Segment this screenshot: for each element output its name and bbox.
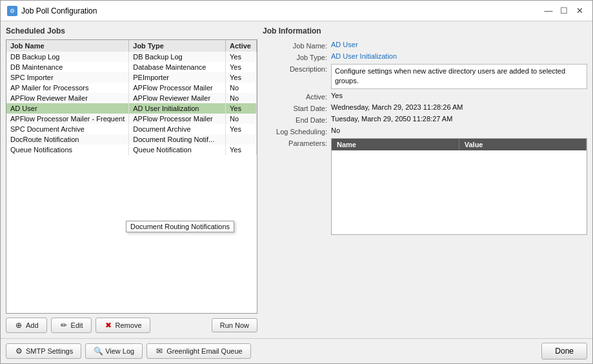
title-bar: ⚙ Job Poll Configuration — ☐ ✕ bbox=[1, 1, 592, 21]
cell-active: Yes bbox=[225, 145, 256, 155]
params-table: Name Value bbox=[332, 139, 587, 150]
params-header-row: Name Value bbox=[332, 139, 587, 150]
cell-type: APFlow Processor Mailer bbox=[129, 114, 226, 124]
main-panels: Scheduled Jobs Job Name Job Type Active … bbox=[6, 26, 587, 333]
cell-active: No bbox=[225, 93, 256, 103]
active-value: Yes bbox=[331, 92, 587, 99]
bottom-bar: ⚙ SMTP Settings 🔍 View Log ✉ Greenlight … bbox=[1, 338, 592, 363]
cell-name: Queue Notifications bbox=[6, 145, 129, 155]
left-buttons: ⊕ Add ✏ Edit ✖ Remove Run Now bbox=[6, 316, 257, 333]
job-info-title: Job Information bbox=[263, 26, 587, 35]
description-value: Configure settings when new active direc… bbox=[331, 64, 587, 89]
cell-name: DB Maintenance bbox=[6, 62, 129, 72]
job-type-label: Job Type: bbox=[263, 52, 327, 61]
job-type-value: AD User Initialization bbox=[331, 52, 587, 60]
cell-type: Document Archive bbox=[129, 124, 226, 134]
greenlight-email-queue-label: Greenlight Email Queue bbox=[166, 347, 242, 355]
maximize-button[interactable]: ☐ bbox=[558, 5, 570, 17]
run-now-button[interactable]: Run Now bbox=[212, 318, 257, 332]
cell-type: APFlow Processor Mailer bbox=[129, 83, 226, 93]
end-date-label: End Date: bbox=[263, 115, 327, 124]
title-bar-left: ⚙ Job Poll Configuration bbox=[7, 6, 97, 16]
job-name-label: Job Name: bbox=[263, 41, 327, 50]
view-log-button[interactable]: 🔍 View Log bbox=[85, 343, 143, 359]
table-row[interactable]: DB MaintenanceDatabase MaintenanceYes bbox=[6, 62, 257, 72]
cell-name: DB Backup Log bbox=[6, 52, 129, 62]
cell-active: Yes bbox=[225, 72, 256, 83]
add-icon: ⊕ bbox=[14, 321, 23, 330]
view-log-icon: 🔍 bbox=[94, 347, 103, 356]
description-label: Description: bbox=[263, 64, 327, 73]
cell-name: DocRoute Notification bbox=[6, 134, 129, 145]
start-date-label: Start Date: bbox=[263, 103, 327, 112]
smtp-icon: ⚙ bbox=[14, 347, 23, 356]
remove-icon: ✖ bbox=[104, 321, 113, 330]
start-date-value: Wednesday, March 29, 2023 11:28:26 AM bbox=[331, 103, 587, 111]
left-panel: Scheduled Jobs Job Name Job Type Active … bbox=[6, 26, 257, 333]
scheduled-jobs-title: Scheduled Jobs bbox=[6, 26, 257, 35]
cell-name: APFlow Processor Mailer - Frequent bbox=[6, 114, 129, 124]
cell-active: Yes bbox=[225, 52, 256, 62]
done-button[interactable]: Done bbox=[541, 343, 587, 359]
run-now-label: Run Now bbox=[220, 321, 249, 329]
jobs-table: Job Name Job Type Active DB Backup LogDB… bbox=[6, 40, 257, 155]
params-container: Parameters: Name Value bbox=[263, 138, 587, 235]
cell-active: Yes bbox=[225, 62, 256, 72]
cell-active: Yes bbox=[225, 124, 256, 134]
greenlight-email-queue-button[interactable]: ✉ Greenlight Email Queue bbox=[146, 343, 250, 359]
cell-type: APFlow Reviewer Mailer bbox=[129, 93, 226, 103]
cell-type: AD User Initialization bbox=[129, 103, 226, 114]
jobs-table-container: Job Name Job Type Active DB Backup LogDB… bbox=[6, 39, 257, 314]
add-button[interactable]: ⊕ Add bbox=[6, 318, 47, 333]
table-row[interactable]: APFlow Processor Mailer - FrequentAPFlow… bbox=[6, 114, 257, 124]
cell-type: Database Maintenance bbox=[129, 62, 226, 72]
edit-label: Edit bbox=[71, 321, 83, 329]
minimize-button[interactable]: — bbox=[542, 5, 555, 17]
table-row[interactable]: SPC ImporterPEImporterYes bbox=[6, 72, 257, 83]
smtp-settings-label: SMTP Settings bbox=[26, 347, 73, 355]
cell-type: Document Routing Notif... bbox=[129, 134, 226, 145]
add-label: Add bbox=[26, 321, 39, 329]
table-row[interactable]: AD UserAD User InitializationYes bbox=[6, 103, 257, 114]
table-row[interactable]: AP Mailer for ProcessorsAPFlow Processor… bbox=[6, 83, 257, 93]
cell-name: SPC Importer bbox=[6, 72, 129, 83]
end-date-value: Tuesday, March 29, 2050 11:28:27 AM bbox=[331, 115, 587, 123]
right-panel: Job Information Job Name: AD User Job Ty… bbox=[263, 26, 587, 333]
active-label: Active: bbox=[263, 92, 327, 101]
table-header-row: Job Name Job Type Active bbox=[6, 40, 257, 52]
cell-active: No bbox=[225, 83, 256, 93]
info-section: Job Name: AD User Job Type: AD User Init… bbox=[263, 41, 587, 333]
edit-button[interactable]: ✏ Edit bbox=[51, 318, 92, 333]
params-col-value: Value bbox=[459, 139, 586, 150]
main-window: ⚙ Job Poll Configuration — ☐ ✕ Scheduled… bbox=[0, 0, 593, 364]
content-area: Scheduled Jobs Job Name Job Type Active … bbox=[1, 21, 592, 338]
job-name-value: AD User bbox=[331, 41, 587, 48]
table-row[interactable]: APFlow Reviewer MailerAPFlow Reviewer Ma… bbox=[6, 93, 257, 103]
cell-name: SPC Document Archive bbox=[6, 124, 129, 134]
cell-active bbox=[225, 134, 256, 145]
remove-button[interactable]: ✖ Remove bbox=[95, 318, 150, 333]
table-row[interactable]: SPC Document ArchiveDocument ArchiveYes bbox=[6, 124, 257, 134]
table-row[interactable]: DocRoute NotificationDocument Routing No… bbox=[6, 134, 257, 145]
cell-name: APFlow Reviewer Mailer bbox=[6, 93, 129, 103]
title-controls: — ☐ ✕ bbox=[542, 5, 586, 17]
close-button[interactable]: ✕ bbox=[573, 5, 586, 17]
cell-name: AP Mailer for Processors bbox=[6, 83, 129, 93]
docroute-tooltip: Document Routing Notifications bbox=[126, 221, 234, 232]
email-icon: ✉ bbox=[155, 347, 164, 356]
cell-type: Queue Notification bbox=[129, 145, 226, 155]
log-scheduling-value: No bbox=[331, 126, 587, 134]
table-row[interactable]: DB Backup LogDB Backup LogYes bbox=[6, 52, 257, 62]
bottom-bar-right: Done bbox=[541, 343, 587, 359]
table-row[interactable]: Queue NotificationsQueue NotificationYes bbox=[6, 145, 257, 155]
log-scheduling-label: Log Scheduling: bbox=[263, 126, 327, 136]
col-job-name: Job Name bbox=[6, 40, 129, 52]
col-active: Active bbox=[225, 40, 256, 52]
cell-active: No bbox=[225, 114, 256, 124]
cell-active: Yes bbox=[225, 103, 256, 114]
info-grid: Job Name: AD User Job Type: AD User Init… bbox=[263, 41, 587, 136]
col-job-type: Job Type bbox=[129, 40, 226, 52]
smtp-settings-button[interactable]: ⚙ SMTP Settings bbox=[6, 343, 81, 359]
params-table-wrapper: Name Value bbox=[331, 138, 587, 235]
remove-label: Remove bbox=[116, 321, 142, 329]
